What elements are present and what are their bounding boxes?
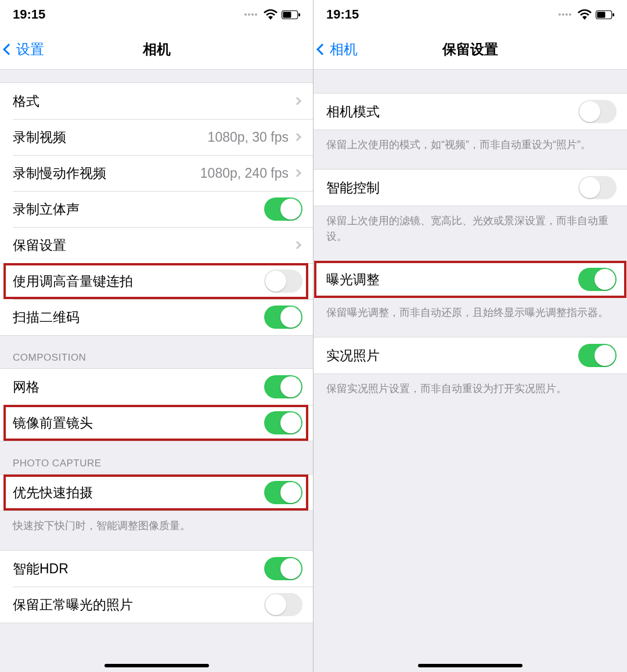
status-time: 19:15 [13, 7, 45, 22]
toggle-smart-control[interactable] [578, 176, 617, 199]
row-label: 保留设置 [13, 236, 66, 254]
page-title: 相机 [0, 40, 313, 59]
row-label: 曝光调整 [326, 271, 380, 289]
faster-shooting-note: 快速按下快门时，智能调整图像质量。 [0, 511, 313, 534]
row-label: 相机模式 [326, 103, 380, 121]
nav-bar: 设置 相机 [0, 29, 313, 70]
section-header-composition: COMPOSITION [0, 336, 313, 368]
row-label: 录制慢动作视频 [13, 164, 106, 182]
row-label: 智能控制 [326, 179, 380, 197]
row-exposure: 曝光调整 [314, 261, 627, 297]
toggle-keep-normal-photo[interactable] [264, 593, 302, 616]
toggle-mirror-front[interactable] [264, 411, 302, 434]
status-time: 19:15 [326, 7, 359, 22]
row-live-photo: 实况照片 [314, 337, 627, 373]
row-faster-shooting: 优先快速拍摄 [0, 475, 313, 511]
svg-rect-4 [597, 12, 605, 17]
cellular-dots-icon [244, 13, 257, 16]
live-photo-note: 保留实况照片设置，而非自动重设为打开实况照片。 [314, 374, 627, 397]
row-stereo: 录制立体声 [0, 191, 313, 227]
back-button[interactable]: 相机 [314, 40, 358, 59]
row-label: 录制立体声 [13, 200, 80, 218]
group-live-photo: 实况照片 [314, 337, 627, 374]
battery-icon [282, 10, 300, 19]
row-camera-mode: 相机模式 [314, 94, 627, 130]
row-scan-qr: 扫描二维码 [0, 299, 313, 335]
status-bar: 19:15 [0, 0, 313, 29]
home-indicator-icon[interactable] [105, 664, 209, 667]
chevron-left-icon [3, 44, 15, 55]
back-label: 相机 [330, 40, 358, 59]
row-volume-burst: 使用调高音量键连拍 [0, 263, 313, 299]
status-icons [558, 9, 614, 20]
battery-icon [596, 10, 614, 19]
section-header-photo: PHOTO CAPTURE [0, 441, 313, 474]
toggle-exposure[interactable] [578, 268, 617, 291]
row-keep-normal-photo: 保留正常曝光的照片 [0, 587, 313, 623]
row-value: 1080p, 30 fps [208, 130, 289, 145]
toggle-smart-hdr[interactable] [264, 557, 302, 580]
row-label: 扫描二维码 [13, 308, 80, 326]
wifi-icon [578, 9, 592, 20]
toggle-scan-qr[interactable] [264, 306, 302, 329]
row-label: 录制视频 [13, 128, 66, 146]
chevron-left-icon [316, 44, 328, 55]
group-hdr: 智能HDR 保留正常曝光的照片 [0, 550, 313, 623]
page-title: 保留设置 [314, 40, 627, 59]
row-value: 1080p, 240 fps [200, 166, 289, 181]
svg-rect-1 [283, 12, 291, 17]
left-screen: 19:15 设置 相机 格式 录制视频 [0, 0, 314, 672]
smart-control-note: 保留上次使用的滤镜、宽高比、光效或景深设置，而非自动重设。 [314, 206, 627, 245]
right-screen: 19:15 相机 保留设置 相机模式 [314, 0, 627, 672]
nav-bar: 相机 保留设置 [314, 29, 627, 70]
row-formats[interactable]: 格式 [0, 83, 313, 119]
svg-rect-5 [612, 13, 614, 16]
back-button[interactable]: 设置 [0, 40, 44, 59]
row-label: 使用调高音量键连拍 [13, 272, 133, 290]
toggle-camera-mode[interactable] [578, 100, 617, 123]
home-indicator-icon[interactable] [418, 664, 522, 667]
group-exposure: 曝光调整 [314, 261, 627, 298]
chevron-right-icon [293, 97, 301, 105]
row-preserve-settings[interactable]: 保留设置 [0, 227, 313, 263]
chevron-right-icon [293, 133, 301, 141]
row-label: 优先快速拍摄 [13, 484, 93, 502]
row-label: 镜像前置镜头 [13, 414, 93, 432]
status-bar: 19:15 [314, 0, 627, 29]
group-smart-control: 智能控制 [314, 169, 627, 206]
wifi-icon [264, 9, 278, 20]
row-smart-control: 智能控制 [314, 170, 627, 206]
row-label: 实况照片 [326, 347, 380, 365]
settings-list: 格式 录制视频 1080p, 30 fps 录制慢动作视频 1080p, 240… [0, 70, 313, 672]
row-label: 保留正常曝光的照片 [13, 596, 133, 614]
row-record-video[interactable]: 录制视频 1080p, 30 fps [0, 119, 313, 155]
row-mirror-front: 镜像前置镜头 [0, 405, 313, 441]
group-photo-capture: 优先快速拍摄 [0, 474, 313, 511]
toggle-stereo[interactable] [264, 197, 302, 221]
row-grid: 网格 [0, 369, 313, 405]
svg-rect-2 [298, 13, 300, 16]
toggle-grid[interactable] [264, 375, 302, 398]
row-smart-hdr: 智能HDR [0, 551, 313, 587]
toggle-volume-burst[interactable] [264, 269, 302, 293]
camera-mode-note: 保留上次使用的模式，如“视频”，而非自动重设为“照片”。 [314, 130, 627, 153]
chevron-right-icon [293, 241, 301, 249]
cellular-dots-icon [558, 13, 571, 16]
exposure-note: 保留曝光调整，而非自动还原，且始终显示曝光调整指示器。 [314, 298, 627, 321]
group-general: 格式 录制视频 1080p, 30 fps 录制慢动作视频 1080p, 240… [0, 82, 313, 336]
toggle-live-photo[interactable] [578, 344, 617, 367]
row-slomo[interactable]: 录制慢动作视频 1080p, 240 fps [0, 155, 313, 191]
row-label: 格式 [13, 92, 39, 110]
row-label: 网格 [13, 378, 39, 396]
status-icons [244, 9, 300, 20]
group-camera-mode: 相机模式 [314, 93, 627, 130]
group-composition: 网格 镜像前置镜头 [0, 368, 313, 441]
toggle-faster-shooting[interactable] [264, 481, 302, 504]
settings-list: 相机模式 保留上次使用的模式，如“视频”，而非自动重设为“照片”。 智能控制 保… [314, 70, 627, 672]
chevron-right-icon [293, 169, 301, 177]
back-label: 设置 [16, 40, 44, 59]
row-label: 智能HDR [13, 560, 69, 578]
